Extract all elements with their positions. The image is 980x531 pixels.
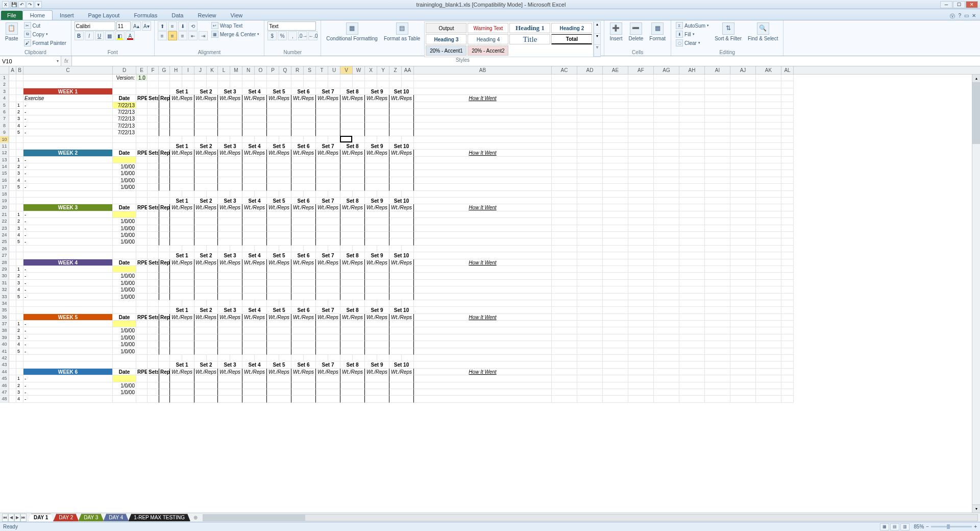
cell[interactable] <box>9 88 16 95</box>
cell[interactable] <box>577 294 603 300</box>
cell[interactable] <box>159 184 170 190</box>
cell[interactable]: Set 1 <box>170 88 194 95</box>
cell[interactable] <box>148 225 159 232</box>
cell[interactable] <box>148 327 159 334</box>
cell[interactable] <box>628 123 654 129</box>
cell[interactable] <box>603 280 628 286</box>
namebox-dropdown-icon[interactable]: ▾ <box>57 59 59 63</box>
help-icon[interactable]: ? <box>958 13 961 20</box>
cell[interactable]: Wt./Reps <box>242 369 267 375</box>
cell[interactable] <box>628 150 654 156</box>
cell[interactable] <box>705 123 730 129</box>
cell[interactable] <box>603 177 628 184</box>
cell[interactable] <box>679 361 705 368</box>
row-header[interactable]: 6 <box>0 109 9 115</box>
cell[interactable] <box>16 81 23 88</box>
find-select-button[interactable]: 🔍Find & Select <box>746 21 780 42</box>
cell[interactable] <box>291 280 316 286</box>
cell[interactable]: Set 3 <box>218 307 242 313</box>
cell[interactable] <box>159 238 170 245</box>
cell[interactable] <box>9 327 16 334</box>
cell[interactable] <box>603 204 628 211</box>
cell[interactable] <box>628 273 654 279</box>
cell[interactable] <box>365 246 377 252</box>
cell[interactable] <box>316 266 340 273</box>
cell[interactable] <box>414 102 552 109</box>
row-header[interactable]: 7 <box>0 115 9 122</box>
cell[interactable] <box>353 300 365 307</box>
cell[interactable] <box>414 143 552 150</box>
cell[interactable]: - <box>23 280 113 286</box>
cell[interactable] <box>340 102 365 109</box>
cell[interactable] <box>242 115 267 122</box>
cell[interactable] <box>148 232 159 238</box>
cell[interactable] <box>730 348 756 355</box>
cell[interactable] <box>756 129 781 136</box>
cell[interactable] <box>705 109 730 115</box>
cell[interactable] <box>148 157 159 163</box>
cell[interactable] <box>603 334 628 341</box>
cell[interactable] <box>552 102 577 109</box>
cell[interactable] <box>148 307 159 313</box>
cell[interactable] <box>577 246 603 252</box>
cell[interactable] <box>340 294 365 300</box>
cell[interactable] <box>730 102 756 109</box>
cell[interactable] <box>340 382 365 389</box>
row-header[interactable]: 34 <box>0 300 9 307</box>
cell[interactable] <box>279 191 291 198</box>
cell[interactable] <box>148 115 159 122</box>
cell[interactable] <box>159 321 170 327</box>
cell[interactable] <box>182 75 194 81</box>
cell[interactable] <box>628 286 654 293</box>
cell[interactable] <box>291 266 316 273</box>
cell[interactable] <box>577 286 603 293</box>
cell[interactable] <box>552 75 577 81</box>
cell[interactable] <box>552 259 577 266</box>
cell[interactable] <box>603 81 628 88</box>
cell[interactable] <box>16 252 23 259</box>
cell[interactable] <box>316 81 328 88</box>
sheet-tab[interactable]: DAY 3 <box>78 514 104 521</box>
row-header[interactable]: 9 <box>0 129 9 136</box>
cell[interactable]: 2 <box>16 109 23 115</box>
cell[interactable] <box>365 334 389 341</box>
cell[interactable] <box>170 382 194 389</box>
cell[interactable] <box>756 218 781 225</box>
cell[interactable] <box>170 375 194 382</box>
cell[interactable] <box>159 334 170 341</box>
cell[interactable] <box>603 143 628 150</box>
cell[interactable] <box>414 232 552 238</box>
cell[interactable] <box>679 136 705 143</box>
cell[interactable] <box>756 143 781 150</box>
cell[interactable] <box>552 321 577 327</box>
cell[interactable] <box>628 170 654 177</box>
cell[interactable] <box>267 115 291 122</box>
cell[interactable] <box>679 238 705 245</box>
cell[interactable] <box>730 177 756 184</box>
cell[interactable] <box>9 375 16 382</box>
cell[interactable] <box>9 232 16 238</box>
cell[interactable] <box>316 157 340 163</box>
cell[interactable] <box>218 375 242 382</box>
col-header-N[interactable]: N <box>242 66 255 74</box>
cell[interactable]: Set 6 <box>291 307 316 313</box>
cell[interactable] <box>414 225 552 232</box>
cell[interactable] <box>365 294 389 300</box>
cell[interactable] <box>291 109 316 115</box>
cell[interactable] <box>756 314 781 321</box>
cell[interactable] <box>9 321 16 327</box>
cell[interactable] <box>679 211 705 218</box>
cell[interactable]: - <box>23 273 113 279</box>
cell[interactable] <box>389 348 414 355</box>
cell[interactable] <box>679 163 705 170</box>
cell[interactable] <box>218 157 242 163</box>
cell[interactable] <box>679 259 705 266</box>
cell[interactable] <box>291 163 316 170</box>
cell[interactable] <box>628 136 654 143</box>
cell[interactable] <box>365 170 389 177</box>
cell[interactable] <box>291 327 316 334</box>
cell[interactable] <box>23 307 113 313</box>
cell[interactable] <box>194 348 218 355</box>
cell[interactable] <box>159 280 170 286</box>
cell[interactable] <box>23 252 113 259</box>
